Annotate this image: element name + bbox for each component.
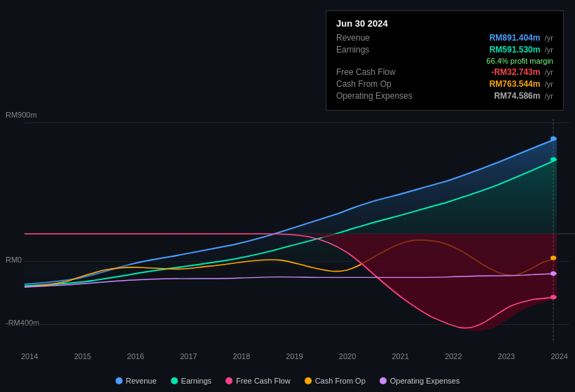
legend-earnings-dot (171, 377, 178, 384)
x-label-2017: 2017 (180, 352, 197, 360)
cashfromop-dot (550, 255, 556, 260)
legend-opex-dot (380, 377, 387, 384)
legend-cashfromop[interactable]: Cash From Op (305, 377, 366, 385)
chart-svg (0, 119, 575, 343)
legend-opex-label: Operating Expenses (390, 377, 460, 385)
earnings-dot (550, 157, 556, 161)
tooltip-date: Jun 30 2024 (336, 18, 553, 29)
x-label-2018: 2018 (233, 352, 250, 360)
tooltip-fcf-row: Free Cash Flow -RM32.743m /yr (336, 67, 553, 77)
tooltip-fcf-label: Free Cash Flow (336, 67, 396, 77)
tooltip-revenue-label: Revenue (336, 33, 370, 43)
legend-revenue[interactable]: Revenue (116, 377, 157, 385)
legend-cashfromop-label: Cash From Op (315, 377, 366, 385)
tooltip-opex-value: RM74.586m /yr (494, 91, 553, 101)
tooltip-margin-row: 66.4% profit margin (336, 57, 553, 65)
legend-earnings-label: Earnings (181, 377, 212, 385)
x-label-2016: 2016 (127, 352, 144, 360)
x-axis: 2014 2015 2016 2017 2018 2019 2020 2021 … (21, 352, 568, 360)
tooltip-opex-label: Operating Expenses (336, 91, 413, 101)
y-label-top: RM900m (6, 111, 37, 119)
tooltip-earnings-value: RM591.530m /yr (490, 45, 553, 55)
data-tooltip: Jun 30 2024 Revenue RM891.404m /yr Earni… (326, 10, 564, 111)
legend-cashfromop-dot (305, 377, 312, 384)
tooltip-revenue-value: RM891.404m /yr (490, 33, 553, 43)
tooltip-cashfromop-label: Cash From Op (336, 79, 392, 89)
tooltip-cashfromop-value: RM763.544m /yr (490, 79, 553, 89)
revenue-dot (550, 136, 556, 141)
tooltip-earnings-label: Earnings (336, 45, 369, 55)
opex-dot (550, 272, 556, 276)
tooltip-fcf-value: -RM32.743m /yr (491, 67, 553, 77)
x-label-2014: 2014 (21, 352, 38, 360)
legend-earnings[interactable]: Earnings (171, 377, 212, 385)
fcf-dot (550, 295, 556, 299)
legend-revenue-label: Revenue (126, 377, 157, 385)
tooltip-opex-row: Operating Expenses RM74.586m /yr (336, 91, 553, 101)
x-label-2024: 2024 (550, 352, 567, 360)
x-label-2019: 2019 (286, 352, 303, 360)
legend-fcf[interactable]: Free Cash Flow (226, 377, 291, 385)
legend-revenue-dot (116, 377, 123, 384)
tooltip-earnings-row: Earnings RM591.530m /yr (336, 45, 553, 55)
legend-fcf-label: Free Cash Flow (236, 377, 291, 385)
tooltip-revenue-row: Revenue RM891.404m /yr (336, 33, 553, 43)
x-label-2021: 2021 (392, 352, 408, 360)
chart-legend: Revenue Earnings Free Cash Flow Cash Fro… (0, 377, 575, 385)
legend-fcf-dot (226, 377, 233, 384)
legend-opex[interactable]: Operating Expenses (380, 377, 460, 385)
x-label-2023: 2023 (498, 352, 515, 360)
x-label-2022: 2022 (445, 352, 462, 360)
tooltip-cashfromop-row: Cash From Op RM763.544m /yr (336, 79, 553, 89)
tooltip-profit-margin: 66.4% profit margin (487, 57, 553, 65)
x-label-2020: 2020 (339, 352, 356, 360)
x-label-2015: 2015 (74, 352, 91, 360)
